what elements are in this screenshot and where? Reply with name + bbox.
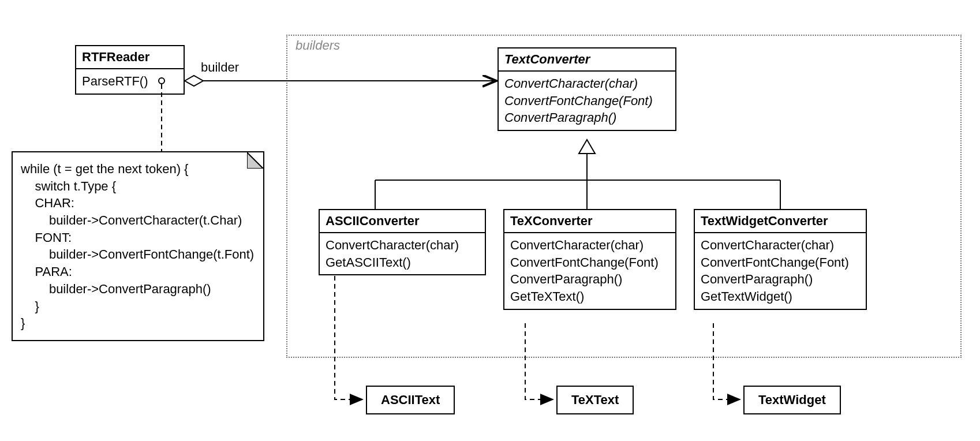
- svg-marker-0: [247, 152, 263, 169]
- class-title: TextConverter: [499, 48, 675, 72]
- class-title: TextWidgetConverter: [695, 210, 866, 233]
- method: ConvertFontChange(Font): [504, 92, 669, 110]
- note-line: PARA:: [21, 263, 255, 281]
- note-dogear-icon: [247, 152, 263, 169]
- svg-marker-3: [185, 76, 203, 86]
- method: ConvertCharacter(char): [326, 237, 479, 254]
- note-pseudocode: while (t = get the next token) { switch …: [12, 151, 264, 341]
- product-textwidget: TextWidget: [743, 386, 841, 414]
- aggregation-diamond-icon: [185, 76, 203, 86]
- class-texconverter: TeXConverter ConvertCharacter(char) Conv…: [503, 209, 676, 310]
- note-line: while (t = get the next token) {: [21, 160, 255, 178]
- method: GetTextWidget(): [701, 288, 860, 305]
- note-line: FONT:: [21, 229, 255, 246]
- method: ConvertCharacter(char): [504, 75, 669, 92]
- note-line: }: [21, 315, 255, 332]
- method: GetASCIIText(): [326, 254, 479, 271]
- class-title: TeXConverter: [504, 210, 675, 233]
- method: ConvertFontChange(Font): [510, 254, 669, 271]
- class-body: ConvertCharacter(char) ConvertFontChange…: [504, 233, 675, 309]
- class-textwidgetconverter: TextWidgetConverter ConvertCharacter(cha…: [694, 209, 867, 310]
- product-asciitext: ASCIIText: [366, 386, 455, 414]
- method-parsertf: ParseRTF(): [82, 74, 148, 88]
- method: GetTeXText(): [510, 288, 669, 305]
- builders-frame-label: builders: [296, 38, 340, 53]
- class-body: ParseRTF(): [76, 69, 184, 94]
- class-body: ConvertCharacter(char) ConvertFontChange…: [695, 233, 866, 309]
- method: ConvertParagraph(): [504, 109, 669, 126]
- note-line: builder->ConvertCharacter(t.Char): [21, 212, 255, 229]
- association-label-builder: builder: [201, 60, 239, 75]
- class-title: ASCIIConverter: [320, 210, 485, 233]
- class-textconverter: TextConverter ConvertCharacter(char) Con…: [498, 47, 676, 131]
- note-line: switch t.Type {: [21, 178, 255, 195]
- class-rtfreader: RTFReader ParseRTF(): [75, 45, 185, 95]
- method: ConvertParagraph(): [701, 271, 860, 288]
- class-title: RTFReader: [76, 46, 184, 69]
- note-line: CHAR:: [21, 195, 255, 212]
- note-line: builder->ConvertParagraph(): [21, 281, 255, 298]
- class-body: ConvertCharacter(char) GetASCIIText(): [320, 233, 485, 274]
- method: ConvertParagraph(): [510, 271, 669, 288]
- product-textext: TeXText: [556, 386, 634, 414]
- class-asciiconverter: ASCIIConverter ConvertCharacter(char) Ge…: [319, 209, 486, 275]
- method: ConvertFontChange(Font): [701, 254, 860, 271]
- note-line: }: [21, 298, 255, 315]
- method: ConvertCharacter(char): [701, 237, 860, 254]
- class-body: ConvertCharacter(char) ConvertFontChange…: [499, 72, 675, 130]
- note-line: builder->ConvertFontChange(t.Font): [21, 246, 255, 263]
- method: ConvertCharacter(char): [510, 237, 669, 254]
